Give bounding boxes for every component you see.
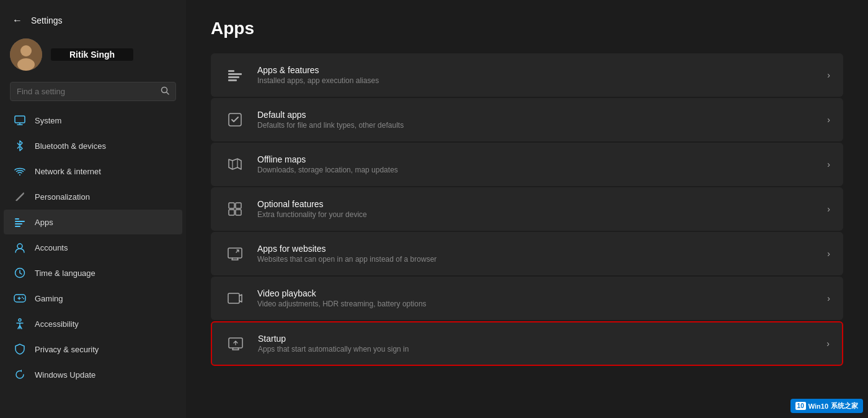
sidebar-item-bluetooth[interactable]: Bluetooth & devices bbox=[4, 133, 182, 158]
nav-items: System Bluetooth & devices Network & bbox=[0, 107, 186, 418]
user-profile: Ritik Singh bbox=[0, 32, 186, 79]
default-apps-chevron: › bbox=[827, 115, 830, 125]
system-icon bbox=[14, 114, 26, 127]
default-apps-title: Default apps bbox=[257, 110, 816, 120]
settings-item-offline-maps[interactable]: Offline maps Downloads, storage location… bbox=[211, 143, 843, 186]
optional-features-text: Optional features Extra functionality fo… bbox=[257, 199, 816, 219]
offline-maps-subtitle: Downloads, storage location, map updates bbox=[257, 166, 816, 174]
sidebar: ← Settings Ritik Singh bbox=[0, 0, 186, 418]
watermark-logo: 10 bbox=[795, 402, 806, 410]
apps-websites-text: Apps for websites Websites that can open… bbox=[257, 244, 816, 264]
apps-websites-title: Apps for websites bbox=[257, 244, 816, 254]
default-apps-icon bbox=[224, 109, 246, 131]
svg-rect-10 bbox=[15, 221, 25, 222]
svg-point-1 bbox=[20, 45, 32, 56]
apps-features-icon bbox=[224, 64, 246, 86]
offline-maps-icon bbox=[224, 153, 246, 176]
settings-item-optional-features[interactable]: Optional features Extra functionality fo… bbox=[211, 187, 843, 231]
svg-rect-28 bbox=[229, 203, 234, 208]
optional-features-title: Optional features bbox=[257, 199, 816, 209]
watermark: 10 Win10 系统之家 bbox=[790, 399, 863, 413]
startup-icon bbox=[224, 332, 247, 355]
video-playback-text: Video playback Video adjustments, HDR st… bbox=[257, 288, 816, 308]
svg-rect-22 bbox=[228, 73, 242, 75]
apps-websites-icon bbox=[224, 242, 246, 265]
optional-features-subtitle: Extra functionality for your device bbox=[257, 210, 816, 219]
svg-point-20 bbox=[19, 319, 21, 321]
search-input[interactable] bbox=[17, 87, 156, 96]
avatar bbox=[10, 38, 42, 71]
default-apps-text: Default apps Defaults for file and link … bbox=[257, 110, 816, 130]
optional-features-chevron: › bbox=[827, 204, 830, 214]
watermark-sublabel: 系统之家 bbox=[831, 401, 858, 411]
sidebar-item-apps[interactable]: Apps bbox=[4, 210, 182, 234]
svg-rect-31 bbox=[236, 210, 241, 215]
sidebar-item-network-label: Network & internet bbox=[35, 167, 101, 176]
back-button[interactable]: ← bbox=[10, 12, 25, 29]
user-name: Ritik Singh bbox=[51, 49, 133, 60]
sidebar-item-time-label: Time & language bbox=[35, 269, 95, 278]
startup-text: Startup Apps that start automatically wh… bbox=[258, 334, 815, 354]
apps-websites-chevron: › bbox=[827, 249, 830, 259]
settings-item-apps-features[interactable]: Apps & features Installed apps, app exec… bbox=[211, 53, 843, 97]
video-playback-title: Video playback bbox=[257, 288, 816, 298]
sidebar-item-update[interactable]: Windows Update bbox=[4, 362, 182, 387]
svg-rect-5 bbox=[15, 116, 25, 123]
sidebar-item-accounts[interactable]: Accounts bbox=[4, 235, 182, 260]
svg-point-2 bbox=[17, 58, 35, 71]
startup-title: Startup bbox=[258, 334, 815, 344]
sidebar-item-gaming[interactable]: Gaming bbox=[4, 286, 182, 311]
offline-maps-chevron: › bbox=[827, 159, 830, 169]
svg-rect-24 bbox=[228, 79, 237, 81]
svg-point-18 bbox=[22, 297, 23, 298]
settings-item-apps-websites[interactable]: Apps for websites Websites that can open… bbox=[211, 232, 843, 275]
sidebar-item-system-label: System bbox=[35, 116, 61, 125]
page-title: Apps bbox=[211, 19, 843, 38]
svg-rect-11 bbox=[15, 223, 22, 225]
startup-subtitle: Apps that start automatically when you s… bbox=[258, 345, 815, 354]
personalization-icon bbox=[14, 190, 26, 203]
svg-rect-30 bbox=[229, 210, 234, 215]
bluetooth-icon bbox=[14, 140, 26, 152]
sidebar-item-accounts-label: Accounts bbox=[35, 243, 68, 252]
svg-rect-9 bbox=[15, 218, 19, 220]
time-icon bbox=[14, 267, 26, 279]
startup-chevron: › bbox=[826, 339, 830, 349]
svg-rect-21 bbox=[228, 70, 234, 72]
apps-websites-subtitle: Websites that can open in an app instead… bbox=[257, 255, 816, 264]
video-playback-icon bbox=[224, 287, 246, 309]
settings-item-video-playback[interactable]: Video playback Video adjustments, HDR st… bbox=[211, 277, 843, 320]
avatar-image bbox=[10, 38, 42, 71]
search-icon bbox=[161, 86, 169, 97]
apps-icon bbox=[14, 216, 26, 228]
svg-rect-32 bbox=[228, 248, 242, 258]
sidebar-item-system[interactable]: System bbox=[4, 108, 182, 133]
apps-features-title: Apps & features bbox=[257, 65, 816, 75]
sidebar-item-accessibility[interactable]: Accessibility bbox=[4, 311, 182, 336]
settings-title: Settings bbox=[31, 16, 63, 25]
sidebar-item-personalization[interactable]: Personalization bbox=[4, 184, 182, 209]
sidebar-header: ← Settings bbox=[0, 6, 186, 32]
svg-point-19 bbox=[23, 298, 24, 300]
svg-rect-12 bbox=[15, 226, 20, 227]
gaming-icon bbox=[14, 292, 26, 305]
default-apps-subtitle: Defaults for file and link types, other … bbox=[257, 121, 816, 130]
search-box[interactable] bbox=[10, 82, 176, 101]
sidebar-item-privacy-label: Privacy & security bbox=[35, 345, 99, 354]
settings-item-startup[interactable]: Startup Apps that start automatically wh… bbox=[211, 321, 843, 366]
settings-list: Apps & features Installed apps, app exec… bbox=[211, 53, 843, 366]
video-playback-chevron: › bbox=[827, 293, 830, 303]
sidebar-item-privacy[interactable]: Privacy & security bbox=[4, 337, 182, 362]
sidebar-item-accessibility-label: Accessibility bbox=[35, 319, 79, 329]
sidebar-item-bluetooth-label: Bluetooth & devices bbox=[35, 141, 106, 151]
sidebar-item-personalization-label: Personalization bbox=[35, 192, 90, 202]
offline-maps-text: Offline maps Downloads, storage location… bbox=[257, 154, 816, 174]
optional-features-icon bbox=[224, 198, 246, 220]
offline-maps-title: Offline maps bbox=[257, 154, 816, 164]
sidebar-item-network[interactable]: Network & internet bbox=[4, 159, 182, 184]
video-playback-subtitle: Video adjustments, HDR streaming, batter… bbox=[257, 300, 816, 308]
settings-item-default-apps[interactable]: Default apps Defaults for file and link … bbox=[211, 98, 843, 141]
apps-features-chevron: › bbox=[827, 70, 830, 80]
sidebar-item-time[interactable]: Time & language bbox=[4, 260, 182, 285]
svg-rect-29 bbox=[236, 203, 241, 208]
